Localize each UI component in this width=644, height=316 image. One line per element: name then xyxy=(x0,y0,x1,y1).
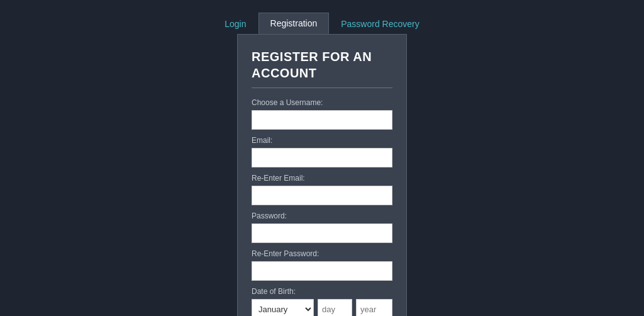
username-input[interactable] xyxy=(252,110,392,130)
re-password-input[interactable] xyxy=(252,261,392,281)
re-email-input[interactable] xyxy=(252,186,392,205)
dob-row: January February March April May June Ju… xyxy=(252,299,392,316)
email-label: Email: xyxy=(252,136,392,145)
password-input[interactable] xyxy=(252,223,392,243)
registration-panel: REGISTER FOR AN ACCOUNT Choose a Usernam… xyxy=(237,34,407,316)
form-title: REGISTER FOR AN ACCOUNT xyxy=(252,48,392,81)
dob-label: Date of Birth: xyxy=(252,287,392,296)
email-input[interactable] xyxy=(252,148,392,167)
re-password-label: Re-Enter Password: xyxy=(252,249,392,258)
dob-day-input[interactable] xyxy=(318,299,352,316)
dob-month-select[interactable]: January February March April May June Ju… xyxy=(252,299,314,316)
re-email-label: Re-Enter Email: xyxy=(252,174,392,183)
password-label: Password: xyxy=(252,212,392,220)
tab-password-recovery[interactable]: Password Recovery xyxy=(329,13,431,34)
tab-bar: Login Registration Password Recovery xyxy=(213,13,431,34)
title-divider xyxy=(252,87,392,88)
page-wrapper: Login Registration Password Recovery REG… xyxy=(0,0,644,316)
dob-year-input[interactable] xyxy=(356,299,392,316)
username-label: Choose a Username: xyxy=(252,98,392,107)
tab-login[interactable]: Login xyxy=(213,13,258,34)
tab-registration[interactable]: Registration xyxy=(258,13,330,34)
